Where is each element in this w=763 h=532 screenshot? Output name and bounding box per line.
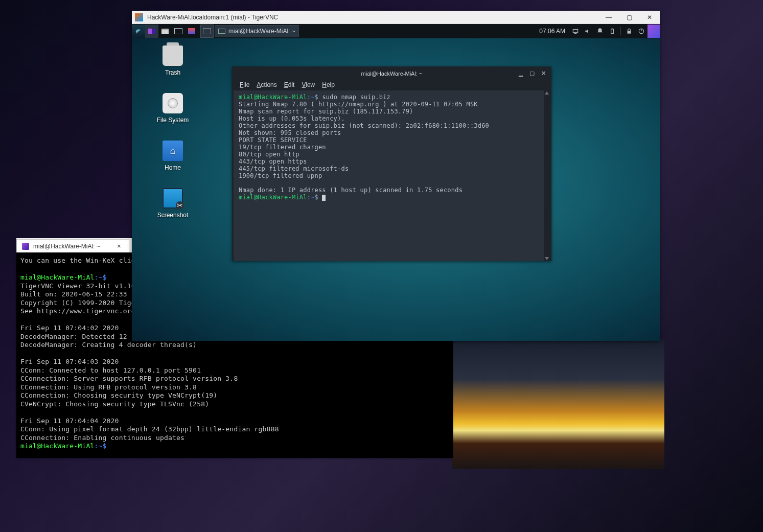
system-tray: 07:06 AM xyxy=(535,25,660,38)
local-output-line: Fri Sep 11 07:04:03 2020 xyxy=(20,358,449,366)
kali-terminal-titlebar[interactable]: mial@HackWare-MiAl: ~ ▁ ▢ ✕ xyxy=(234,68,550,79)
taskbar-terminal-app[interactable]: mial@HackWare-MiAl: ~ xyxy=(215,25,299,37)
terminal-scrollbar[interactable] xyxy=(544,90,550,261)
svg-rect-2 xyxy=(612,29,613,29)
taskbar-app-title: mial@HackWare-MiAl: ~ xyxy=(228,28,295,35)
menu-edit[interactable]: Edit xyxy=(284,81,295,88)
power-icon[interactable] xyxy=(635,25,648,38)
term-output-line: Not shown: 995 closed ports xyxy=(239,129,545,136)
local-output-line: CVeNCrypt: Choosing security type TLSVnc… xyxy=(20,400,449,409)
tigervnc-title: HackWare-MiAl.localdomain:1 (mial) - Tig… xyxy=(146,14,598,21)
local-output-line xyxy=(20,350,449,358)
menu-help[interactable]: Help xyxy=(322,81,335,88)
tigervnc-window[interactable]: HackWare-MiAl.localdomain:1 (mial) - Tig… xyxy=(132,11,660,341)
cursor xyxy=(322,195,326,201)
screenshot-icon xyxy=(163,188,183,209)
home-folder-icon xyxy=(163,141,183,161)
local-terminal-tab[interactable]: mial@HackWare-MiAl: ~ × xyxy=(16,239,129,252)
term-output-line: 445/tcp filtered microsoft-ds xyxy=(239,165,545,172)
term-output-line xyxy=(239,179,545,187)
term-output-line: Starting Nmap 7.80 ( https://nmap.org ) … xyxy=(239,101,545,108)
term-maximize-button[interactable]: ▢ xyxy=(526,68,538,78)
local-output-line: CConnection: Using RFB protocol version … xyxy=(20,383,449,392)
tigervnc-icon xyxy=(135,13,143,21)
kali-top-panel[interactable]: mial@HackWare-MiAl: ~ 07:06 AM xyxy=(132,24,660,38)
term-output-block: Starting Nmap 7.80 ( https://nmap.org ) … xyxy=(239,101,545,194)
desktop-filesystem[interactable]: File System xyxy=(150,93,196,124)
panel-terminal-icon[interactable] xyxy=(172,25,185,38)
menu-file[interactable]: File xyxy=(240,81,249,88)
term-output-line: Nmap scan report for suip.biz (185.117.1… xyxy=(239,108,545,115)
volume-icon[interactable] xyxy=(582,25,594,38)
kali-terminal-window[interactable]: mial@HackWare-MiAl: ~ ▁ ▢ ✕ File Actions… xyxy=(232,66,551,261)
local-output-line: CConn: Connected to host 127.0.0.1 port … xyxy=(20,366,449,375)
clock[interactable]: 07:06 AM xyxy=(535,28,569,35)
close-tab-button[interactable]: × xyxy=(114,242,124,250)
terminal-small-icon xyxy=(218,29,225,34)
desktop-trash[interactable]: Trash xyxy=(150,45,196,76)
term-output-line: Host is up (0.053s latency). xyxy=(239,115,545,122)
kali-menu-icon[interactable] xyxy=(132,25,145,38)
local-output-line: CConn: Using pixel format depth 24 (32bp… xyxy=(20,425,449,434)
file-manager-icon[interactable] xyxy=(158,25,172,38)
term-prompt-line: mial@HackWare-MiAl:~$ xyxy=(239,194,545,201)
term-output-line: 80/tcp open http xyxy=(239,151,545,158)
minimize-button[interactable]: — xyxy=(598,11,619,24)
desktop-home[interactable]: Home xyxy=(150,141,196,171)
term-output-line: 1900/tcp filtered upnp xyxy=(239,172,545,179)
kali-desktop[interactable]: mial@HackWare-MiAl: ~ 07:06 AM Trash Fil xyxy=(132,24,660,341)
lock-icon[interactable] xyxy=(623,25,635,38)
menu-actions[interactable]: Actions xyxy=(257,81,276,88)
local-output-line: Fri Sep 11 07:04:04 2020 xyxy=(20,417,449,426)
battery-icon[interactable] xyxy=(606,25,618,38)
background-sunset xyxy=(452,340,664,469)
show-desktop-button[interactable] xyxy=(200,25,214,38)
panel-app-icon[interactable] xyxy=(185,25,198,38)
desktop-screenshot[interactable]: Screenshot xyxy=(150,188,196,219)
term-output-line: PORT STATE SERVICE xyxy=(239,136,545,144)
maximize-button[interactable]: ▢ xyxy=(619,11,639,24)
panel-edge-icon[interactable] xyxy=(648,25,660,38)
local-output-line: DecodeManager: Creating 4 decoder thread… xyxy=(20,341,449,350)
workspace-switcher-icon[interactable] xyxy=(145,25,158,38)
local-tab-title: mial@HackWare-MiAl: ~ xyxy=(33,243,100,250)
disk-icon xyxy=(163,93,183,113)
term-minimize-button[interactable]: ▁ xyxy=(515,68,526,78)
notification-bell-icon[interactable] xyxy=(594,25,606,38)
svg-rect-1 xyxy=(611,29,614,34)
term-output-line: Nmap done: 1 IP address (1 host up) scan… xyxy=(239,187,545,194)
svg-rect-3 xyxy=(628,31,631,33)
local-output-line: CConnection: Server supports RFB protoco… xyxy=(20,375,449,383)
tigervnc-titlebar[interactable]: HackWare-MiAl.localdomain:1 (mial) - Tig… xyxy=(132,11,660,24)
local-prompt-line: mial@HackWare-MiAl:~$ xyxy=(20,442,449,451)
term-prompt-line: mial@HackWare-MiAl:~$ sudo nmap suip.biz xyxy=(239,94,545,101)
menu-view[interactable]: View xyxy=(302,81,315,88)
term-output-line: Other addresses for suip.biz (not scanne… xyxy=(239,122,545,129)
close-button[interactable]: ✕ xyxy=(639,11,660,24)
term-output-line: 19/tcp filtered chargen xyxy=(239,144,545,151)
local-output-line: CConnection: Choosing security type VeNC… xyxy=(20,391,449,400)
term-close-button[interactable]: ✕ xyxy=(538,68,549,78)
terminal-icon xyxy=(22,243,29,250)
kali-terminal-menubar[interactable]: File Actions Edit View Help xyxy=(234,79,550,90)
local-output-line: CConnection: Enabling continuous updates xyxy=(20,434,449,443)
kali-terminal-body[interactable]: mial@HackWare-MiAl:~$ sudo nmap suip.biz… xyxy=(234,90,550,261)
display-icon[interactable] xyxy=(569,25,582,38)
kali-terminal-title: mial@HackWare-MiAl: ~ xyxy=(361,71,423,77)
local-output-line xyxy=(20,408,449,417)
svg-rect-0 xyxy=(573,30,577,33)
term-output-line: 443/tcp open https xyxy=(239,158,545,165)
trash-icon xyxy=(163,45,183,66)
